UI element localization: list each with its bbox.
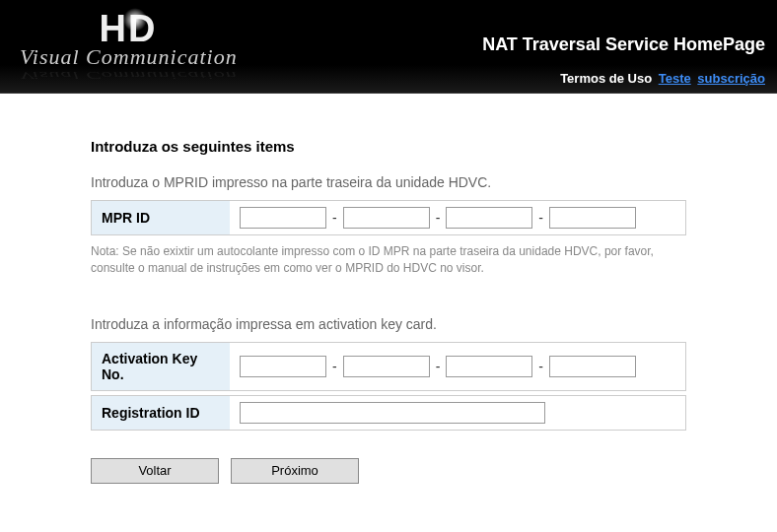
mprid-note: Nota: Se não exixtir um autocolante impr… — [91, 243, 686, 277]
mprid-label: MPR ID — [92, 201, 230, 234]
logo: HD Visual Communication Visual Communica… — [20, 8, 238, 88]
separator: - — [536, 210, 545, 226]
separator: - — [330, 210, 339, 226]
mprid-input-4[interactable] — [549, 207, 636, 229]
link-subscricao[interactable]: subscrição — [697, 71, 765, 86]
activation-instruction: Introduza a informação impressa em activ… — [91, 316, 686, 332]
logo-sub-text: Visual Communication — [20, 44, 238, 70]
activation-input-1[interactable] — [240, 356, 326, 377]
separator: - — [536, 359, 545, 374]
content: Introduza os seguintes items Introduza o… — [0, 94, 777, 484]
activation-input-2[interactable] — [343, 356, 430, 377]
header: HD Visual Communication Visual Communica… — [0, 0, 777, 94]
mprid-row: MPR ID - - - — [91, 200, 686, 235]
registration-row: Registration ID — [91, 395, 686, 431]
registration-fields — [230, 396, 685, 430]
mprid-input-2[interactable] — [343, 207, 430, 229]
page-title: NAT Traversal Service HomePage — [482, 34, 765, 55]
registration-input[interactable] — [240, 402, 545, 424]
mprid-input-3[interactable] — [446, 207, 532, 229]
mprid-input-1[interactable] — [240, 207, 326, 229]
back-button[interactable]: Voltar — [91, 458, 219, 484]
button-bar: Voltar Próximo — [91, 458, 686, 484]
activation-fields: - - - — [230, 343, 685, 390]
registration-label: Registration ID — [92, 396, 230, 430]
section-title: Introduza os seguintes items — [91, 138, 686, 155]
separator: - — [330, 359, 339, 374]
activation-row: Activation Key No. - - - — [91, 342, 686, 391]
terms-label: Termos de Uso — [560, 71, 652, 86]
logo-sub-reflect: Visual Communication — [20, 69, 238, 82]
separator: - — [434, 210, 443, 226]
mprid-fields: - - - — [230, 201, 685, 234]
header-links: Termos de Uso Teste subscrição — [560, 71, 765, 86]
separator: - — [434, 359, 443, 374]
next-button[interactable]: Próximo — [231, 458, 359, 484]
activation-label: Activation Key No. — [92, 343, 230, 390]
mprid-instruction: Introduza o MPRID impresso na parte tras… — [91, 174, 686, 190]
activation-input-3[interactable] — [446, 356, 532, 377]
link-teste[interactable]: Teste — [659, 71, 691, 86]
activation-input-4[interactable] — [549, 356, 636, 377]
